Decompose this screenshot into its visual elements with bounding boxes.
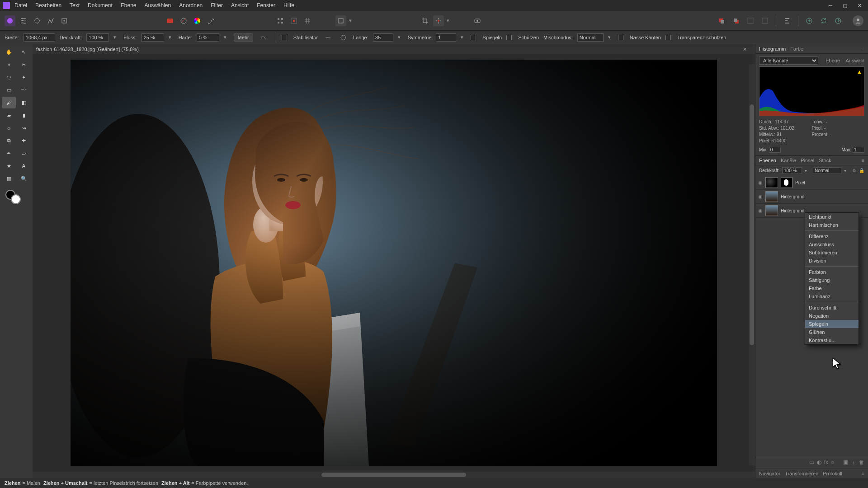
chevron-down-icon[interactable]: ▾ xyxy=(398,34,403,40)
delete-layer-icon[interactable]: 🗑 xyxy=(859,459,864,467)
star-tool-icon[interactable]: ★ xyxy=(2,160,16,172)
visibility-icon[interactable]: ◉ xyxy=(758,208,763,214)
chevron-down-icon[interactable]: ▾ xyxy=(113,34,119,40)
minimize-button[interactable]: ─ xyxy=(825,2,836,9)
channel-select[interactable]: Alle Kanäle xyxy=(759,56,818,65)
layer-mask-thumb[interactable] xyxy=(781,177,793,188)
menu-window[interactable]: Fenster xyxy=(257,2,275,9)
tab-navigator[interactable]: Navigator xyxy=(759,471,780,476)
visibility-icon[interactable]: ◉ xyxy=(758,180,763,186)
dodge-tool-icon[interactable]: ☼ xyxy=(2,122,16,134)
length-input[interactable] xyxy=(373,33,393,42)
gradient-tool-icon[interactable]: ▮ xyxy=(17,109,31,121)
panel-menu-icon[interactable]: ≡ xyxy=(862,158,864,163)
flood-select-tool-icon[interactable]: ✦ xyxy=(17,71,31,83)
pen-tool-icon[interactable]: ✒ xyxy=(2,147,16,159)
menu-document[interactable]: Dokument xyxy=(88,2,113,9)
text-tool-icon[interactable]: A xyxy=(17,160,31,172)
swatch-none-icon[interactable] xyxy=(178,15,189,26)
warning-icon[interactable]: ▲ xyxy=(857,69,862,75)
sync-add-icon[interactable] xyxy=(804,15,815,26)
snap-center-icon[interactable] xyxy=(288,15,299,26)
horizontal-scrollbar[interactable] xyxy=(33,472,755,478)
blend-mode-option[interactable]: Durchschnitt xyxy=(805,304,859,312)
blendmode-input[interactable] xyxy=(577,33,604,42)
layer-thumb[interactable] xyxy=(765,205,778,216)
erase-tool-icon[interactable]: ◧ xyxy=(17,97,31,108)
color-picker-icon[interactable] xyxy=(205,15,216,26)
opacity-input[interactable] xyxy=(86,33,109,42)
fx-layer-icon[interactable]: fx xyxy=(824,459,828,467)
chevron-down-icon[interactable]: ▾ xyxy=(608,34,613,40)
paint-brush-tool-icon[interactable]: 🖌 xyxy=(2,97,16,108)
menu-select[interactable]: Auswählen xyxy=(144,2,171,9)
menu-edit[interactable]: Bearbeiten xyxy=(35,2,61,9)
panel-menu-icon[interactable]: ≡ xyxy=(862,471,864,476)
layer-name[interactable]: Hintergrund xyxy=(781,208,804,213)
menu-help[interactable]: Hilfe xyxy=(283,2,294,9)
layer-opacity-input[interactable] xyxy=(782,167,802,174)
protect-alpha-checkbox[interactable] xyxy=(665,35,671,40)
flow-input[interactable] xyxy=(142,33,164,42)
develop-persona-icon[interactable] xyxy=(32,15,42,26)
swatch-rainbow-icon[interactable] xyxy=(192,15,203,26)
fill-tool-icon[interactable]: ▰ xyxy=(2,109,16,121)
color-swatches[interactable] xyxy=(2,188,31,206)
sync-upload-icon[interactable] xyxy=(833,15,844,26)
blend-mode-option[interactable]: Luminanz xyxy=(805,292,859,300)
quick-mask-icon[interactable] xyxy=(472,15,483,26)
snap-icon[interactable] xyxy=(275,15,286,26)
scrollbar-thumb[interactable] xyxy=(750,104,754,345)
scrollbar-thumb[interactable] xyxy=(321,473,466,477)
snap-grid-icon[interactable] xyxy=(302,15,313,26)
panel-menu-icon[interactable]: ≡ xyxy=(862,46,864,52)
zoom-tool-icon[interactable]: 🔍 xyxy=(17,173,31,184)
layer-name[interactable]: Hintergrund xyxy=(781,194,804,199)
shape-tool-icon[interactable]: ▱ xyxy=(17,147,31,159)
export-persona-icon[interactable] xyxy=(59,15,70,26)
window-mode-icon[interactable]: ◯ xyxy=(338,32,349,43)
canvas-viewport[interactable] xyxy=(33,54,755,472)
rope-mode-icon[interactable]: 〰 xyxy=(322,32,333,43)
align-panel-icon[interactable] xyxy=(782,15,793,26)
lock-icon[interactable]: 🔒 xyxy=(859,168,864,173)
hardness-input[interactable] xyxy=(197,33,219,42)
menu-view[interactable]: Ansicht xyxy=(231,2,249,9)
tab-stock[interactable]: Stock xyxy=(819,158,831,163)
hand-tool-icon[interactable]: ✋ xyxy=(2,46,16,58)
blend-mode-option[interactable]: Ausschluss xyxy=(805,240,859,249)
add-layer-icon[interactable]: ＋ xyxy=(851,459,856,467)
healing-tool-icon[interactable]: ✚ xyxy=(17,135,31,146)
adjustment-layer-icon[interactable]: ◐ xyxy=(817,459,821,467)
protect-checkbox[interactable] xyxy=(506,35,512,40)
width-input[interactable] xyxy=(24,33,55,42)
blend-mode-option[interactable]: Negation xyxy=(805,312,859,320)
layer-row[interactable]: ◉ Pixel xyxy=(755,176,868,190)
max-input[interactable] xyxy=(853,147,864,153)
tab-color[interactable]: Farbe xyxy=(790,46,803,52)
background-color-swatch[interactable] xyxy=(11,194,21,204)
group-icon[interactable]: ▣ xyxy=(843,459,848,467)
align-dropdown-icon[interactable] xyxy=(335,15,346,26)
scope-layer-button[interactable]: Ebene xyxy=(821,58,840,63)
wet-checkbox[interactable] xyxy=(618,35,623,40)
menu-layer[interactable]: Ebene xyxy=(121,2,137,9)
clone-tool-icon[interactable]: ⧉ xyxy=(2,135,16,146)
crop-tool-icon[interactable] xyxy=(420,15,430,26)
sync-update-icon[interactable] xyxy=(818,15,829,26)
menu-text[interactable]: Text xyxy=(70,2,80,9)
stabilizer-checkbox[interactable] xyxy=(282,35,287,40)
liquify-persona-icon[interactable] xyxy=(18,15,29,26)
crop-tool-icon[interactable]: ✂ xyxy=(17,59,31,70)
blend-mode-option[interactable]: Kontrast u... xyxy=(805,336,859,344)
close-icon[interactable]: ✕ xyxy=(743,47,747,52)
menu-arrange[interactable]: Anordnen xyxy=(179,2,203,9)
selection-brush-tool-icon[interactable]: ◌ xyxy=(2,71,16,83)
blend-mode-dropdown[interactable]: LichtpunktHart mischenDifferenzAusschlus… xyxy=(805,212,859,345)
mask-layer-icon[interactable]: ▭ xyxy=(809,459,814,467)
vertical-scrollbar[interactable] xyxy=(749,64,755,465)
swatch-red-icon[interactable] xyxy=(165,15,175,26)
chevron-down-icon[interactable]: ▾ xyxy=(461,34,466,40)
menu-filter[interactable]: Filter xyxy=(211,2,223,9)
arrange-back-icon[interactable] xyxy=(731,15,741,26)
